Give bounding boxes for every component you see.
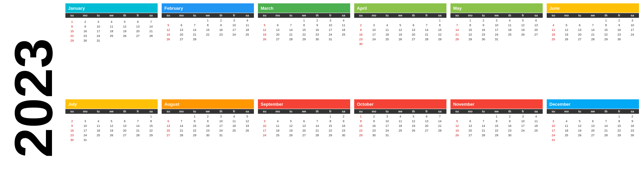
dow-tu: tu [573, 109, 586, 114]
dow-sa: sa [530, 109, 543, 114]
day-cell [420, 138, 433, 139]
day-cell [530, 37, 543, 42]
day-cell: 11 [394, 119, 407, 124]
day-cell [105, 138, 118, 142]
day-cell: 5 [407, 114, 420, 119]
dow-we: we [490, 109, 503, 114]
day-cell: 22 [145, 128, 158, 133]
day-cell [547, 42, 560, 43]
dow-sa: sa [626, 109, 639, 114]
day-cell: 6 [131, 19, 144, 24]
day-cell: 2 [626, 114, 639, 119]
day-cell: 16 [367, 124, 380, 128]
day-cell: 28 [450, 37, 464, 42]
dow-fr: fr [131, 109, 144, 114]
month-september: Septembersumotuwethfrsa12345678910111213… [258, 99, 350, 193]
day-cell: 5 [394, 23, 407, 28]
day-cell: 6 [464, 119, 477, 124]
day-cell: 14 [311, 124, 324, 128]
dow-sa: sa [241, 109, 254, 114]
dow-th: th [311, 13, 324, 18]
day-cell: 2 [311, 18, 324, 23]
day-cell [337, 138, 350, 139]
day-cell: 24 [547, 133, 560, 138]
dow-we: we [298, 13, 311, 18]
day-cell: 5 [241, 114, 254, 119]
day-cell: 15 [188, 124, 201, 128]
day-cell: 5 [105, 119, 118, 124]
day-cell: 24 [92, 34, 105, 38]
day-cell: 23 [201, 128, 214, 133]
day-cell [258, 42, 271, 43]
month-name-october: October [354, 99, 376, 109]
dow-tu: tu [284, 13, 298, 18]
day-cell [284, 42, 298, 43]
day-cell: 12 [394, 28, 407, 32]
day-cell: 9 [612, 23, 626, 28]
dow-su: su [547, 13, 560, 18]
day-cell: 20 [162, 128, 175, 133]
day-cell: 8 [201, 23, 214, 28]
day-cell: 15 [433, 28, 446, 32]
day-cell: 6 [586, 119, 599, 124]
month-august: Augustsumotuwethfrsa12345678910111213141… [162, 99, 254, 193]
day-cell [324, 42, 337, 43]
day-cell [433, 42, 446, 46]
dow-fr: fr [324, 13, 337, 18]
day-cell: 28 [586, 37, 599, 42]
day-cell: 24 [381, 128, 394, 133]
day-cell [162, 138, 175, 139]
day-cell: 15 [201, 28, 214, 32]
day-cell: 3 [626, 18, 639, 23]
day-cell: 4 [381, 23, 394, 28]
day-cell: 7 [131, 119, 144, 124]
day-cell [367, 138, 380, 139]
dow-sa: sa [241, 13, 254, 18]
day-cell: 29 [145, 133, 158, 138]
day-cell: 5 [162, 23, 175, 28]
day-cell: 27 [118, 133, 131, 138]
day-cell: 8 [298, 23, 311, 28]
day-cell: 20 [298, 128, 311, 133]
day-cell: 20 [530, 28, 543, 32]
day-cell: 10 [324, 23, 337, 28]
dow-th: th [407, 13, 420, 18]
month-name-january: January [65, 3, 88, 13]
month-june: Junesumotuwethfrsa1234567891011121314151… [547, 3, 639, 97]
day-cell: 25 [394, 128, 407, 133]
day-cell: 3 [78, 119, 92, 124]
day-cell: 27 [131, 34, 144, 38]
dow-th: th [118, 109, 131, 114]
day-cell: 1 [464, 18, 477, 23]
day-cell: 29 [324, 133, 337, 138]
day-cell: 23 [65, 133, 78, 138]
month-name-february: February [162, 3, 186, 13]
day-cell: 20 [407, 32, 420, 37]
day-cell: 4 [337, 18, 350, 23]
dow-sa: sa [337, 109, 350, 114]
dow-mo: mo [271, 13, 284, 18]
day-cell: 4 [503, 18, 516, 23]
day-cell [433, 138, 446, 139]
day-cell: 15 [490, 124, 503, 128]
day-cell [324, 138, 337, 139]
month-may: Maysumotuwethfrsa12345678910111213141516… [450, 3, 543, 97]
day-cell: 18 [394, 124, 407, 128]
day-cell: 13 [464, 124, 477, 128]
day-cell: 23 [214, 32, 227, 37]
day-cell: 31 [78, 138, 92, 142]
day-cell [586, 42, 599, 43]
dow-su: su [65, 109, 78, 114]
day-cell [271, 114, 284, 119]
day-cell: 28 [311, 133, 324, 138]
day-cell [626, 138, 639, 142]
day-cell: 4 [547, 23, 560, 28]
day-cell: 14 [145, 24, 158, 29]
day-cell: 18 [227, 124, 240, 128]
day-cell: 18 [503, 28, 516, 32]
month-july: Julysumotuwethfrsa1234567891011121314151… [65, 99, 158, 193]
day-cell [612, 42, 626, 43]
day-cell: 5 [516, 18, 529, 23]
day-cell: 24 [324, 32, 337, 37]
day-cell: 16 [214, 28, 227, 32]
